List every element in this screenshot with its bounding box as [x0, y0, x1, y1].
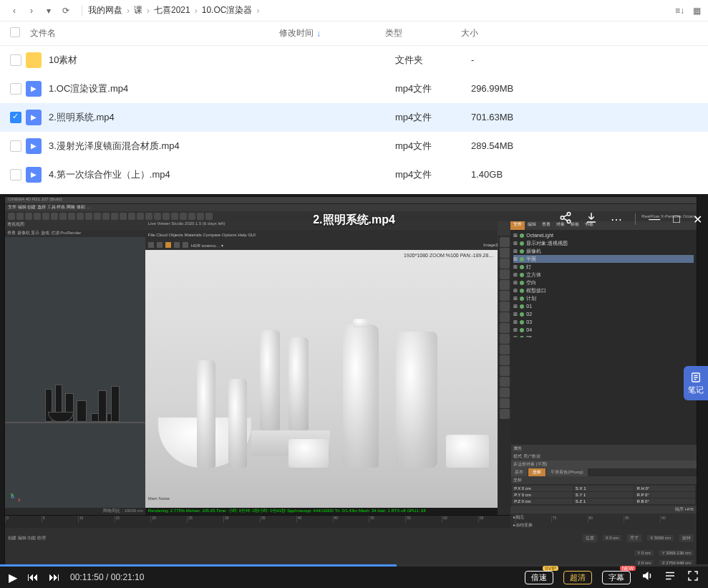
- refresh-button[interactable]: ⟳: [59, 4, 73, 18]
- file-name: 1.OC渲染设置.mp4: [49, 82, 289, 95]
- svg-point-1: [561, 216, 565, 220]
- file-list: 10素材文件夹-1.OC渲染设置.mp4mp4文件296.99MB2.照明系统.…: [0, 46, 708, 189]
- file-type: mp4文件: [395, 111, 471, 124]
- fullscreen-icon[interactable]: [687, 569, 699, 585]
- grid-view-icon[interactable]: ▦: [693, 6, 701, 16]
- top-toolbar: ‹ › ▾ ⟳ 我的网盘 › 课 › 七喜2021 › 10.OC渲染器 › ≡…: [0, 0, 708, 21]
- video-icon: [26, 81, 42, 97]
- svip-badge: SVIP: [543, 566, 558, 571]
- video-icon: [26, 138, 42, 154]
- file-row[interactable]: 1.OC渲染设置.mp4mp4文件296.99MB: [0, 74, 708, 103]
- crumb-3[interactable]: 10.OC渲染器: [202, 4, 253, 16]
- select-all-checkbox[interactable]: [10, 27, 26, 39]
- video-frame[interactable]: CINEMA 4D R21.107 (Build) 文件 编辑 创建 选择 工具…: [4, 196, 697, 567]
- sort-arrow-icon: ↓: [316, 29, 321, 39]
- volume-icon[interactable]: [641, 569, 654, 585]
- close-icon[interactable]: ✕: [693, 213, 702, 226]
- svg-point-0: [568, 213, 571, 216]
- file-name: 3.漫射光泽度镜面混合材质.mp4: [49, 140, 289, 153]
- playlist-icon[interactable]: [664, 569, 677, 585]
- crumb-2[interactable]: 七喜2021: [154, 4, 190, 16]
- svg-line-3: [564, 215, 568, 217]
- object-tree: ⊞OctaneLight⊞显示对象:透视视图⊞摄像机⊞平面⊞灯⊞立方体⊞空白⊞模…: [510, 230, 697, 337]
- file-row[interactable]: 4.第一次综合作业（上）.mp4mp4文件1.40GB: [0, 160, 708, 189]
- file-type: mp4文件: [395, 140, 471, 153]
- file-type: mp4文件: [395, 82, 471, 95]
- c4d-menubar: 文件 编辑 创建 选择 工具 样条 网格 体积 …: [5, 204, 697, 211]
- chevron-icon: ›: [195, 6, 198, 16]
- render-view: 1920*1080 ZOOM:%100 PAN:-189.28…: [145, 250, 498, 508]
- grid-spacing: 网格间距 : 10000 cm: [5, 508, 145, 515]
- minimize-icon[interactable]: —: [649, 213, 660, 226]
- new-badge: NEW: [620, 566, 636, 571]
- divider: [635, 213, 636, 225]
- row-checkbox[interactable]: [10, 140, 21, 152]
- file-size: 1.40GB: [471, 169, 543, 180]
- chevron-icon: ›: [256, 6, 259, 16]
- video-icon: [26, 167, 42, 183]
- row-checkbox[interactable]: [10, 83, 21, 95]
- cursor-icon: [510, 337, 697, 445]
- quality-button[interactable]: 超清: [563, 571, 592, 584]
- c4d-bottom-bar2: Y 0 cm Y 3068.136 cm: [5, 548, 697, 558]
- sort-icon[interactable]: ≡↓: [675, 6, 684, 16]
- svg-line-4: [564, 218, 568, 221]
- col-type[interactable]: 类型: [385, 27, 461, 39]
- file-size: -: [471, 54, 543, 65]
- breadcrumb: 我的网盘 › 课 › 七喜2021 › 10.OC渲染器 ›: [88, 4, 259, 16]
- chevron-icon: ›: [127, 6, 130, 16]
- c4d-viewport: yzx: [5, 237, 145, 508]
- file-size: 701.63MB: [471, 112, 543, 122]
- dropdown-button[interactable]: ▾: [42, 4, 56, 18]
- file-name: 4.第一次综合作业（上）.mp4: [49, 168, 289, 181]
- more-icon[interactable]: ⋯: [611, 213, 622, 226]
- col-size[interactable]: 大小: [461, 27, 533, 39]
- liveviewer-toolbar: HDR tonemo… ▾ Image3: [145, 240, 498, 250]
- download-icon[interactable]: [585, 211, 598, 227]
- forward-button[interactable]: ›: [24, 4, 39, 18]
- c4d-right-toolcol: [498, 236, 511, 508]
- next-button[interactable]: ⏭: [49, 571, 60, 584]
- file-row[interactable]: 3.漫射光泽度镜面混合材质.mp4mp4文件289.54MB: [0, 132, 708, 160]
- svg-point-2: [568, 220, 571, 223]
- file-row[interactable]: 10素材文件夹-: [0, 46, 708, 74]
- file-size: 296.99MB: [471, 83, 543, 94]
- col-name[interactable]: 文件名: [26, 27, 279, 39]
- play-button[interactable]: ▶: [9, 571, 17, 584]
- video-player: 2.照明系统.mp4 ⋯ — □ ✕ CINEMA 4D R21.107 (Bu…: [0, 194, 708, 588]
- render-status: Rendering: 2.775% Ms/sec: 105.65 Time: 小…: [145, 508, 498, 515]
- noise-label: Main Noise: [148, 496, 170, 501]
- speed-button[interactable]: 倍速 SVIP: [525, 571, 553, 584]
- prev-button[interactable]: ⏮: [27, 571, 39, 584]
- file-row[interactable]: 2.照明系统.mp4mp4文件701.63MB: [0, 103, 708, 132]
- col-time[interactable]: 修改时间↓: [279, 27, 385, 39]
- crumb-root[interactable]: 我的网盘: [88, 4, 122, 16]
- c4d-left-panel: 透视视图 查看 摄像机 显示 选项 过滤 ProRender yzx: [5, 221, 145, 515]
- c4d-bottom-bar: 创建 编辑 功能 纹理 位置 X 0 cm 尺寸 X 5000 cm 旋转: [5, 528, 697, 548]
- render-info: 1920*1080 ZOOM:%100 PAN:-189.28…: [404, 253, 493, 258]
- player-controls: ▶ ⏮ ⏭ 00:11:50 / 00:21:10 倍速 SVIP 超清 字幕 …: [0, 567, 708, 588]
- file-type: mp4文件: [395, 168, 471, 181]
- file-size: 289.54MB: [471, 140, 543, 151]
- view-menu: 查看 摄像机 显示 选项 过滤 ProRender: [5, 230, 145, 237]
- notes-icon: [690, 372, 702, 383]
- crumb-1[interactable]: 课: [134, 4, 142, 16]
- liveviewer-menu: File Cloud Objects Materials Compare Opt…: [145, 230, 498, 240]
- folder-icon: [26, 52, 42, 68]
- row-checkbox[interactable]: [10, 54, 21, 66]
- time-display: 00:11:50 / 00:21:10: [70, 572, 144, 582]
- view-controls: ≡↓ ▦: [675, 6, 701, 16]
- c4d-titlebar: CINEMA 4D R21.107 (Build): [5, 197, 697, 204]
- back-button[interactable]: ‹: [7, 4, 21, 18]
- file-name: 10素材: [49, 54, 289, 67]
- share-icon[interactable]: [559, 211, 572, 227]
- row-checkbox[interactable]: [10, 169, 21, 180]
- row-checkbox[interactable]: [10, 112, 21, 123]
- file-name: 2.照明系统.mp4: [49, 111, 289, 124]
- divider: [82, 6, 82, 16]
- column-headers: 文件名 修改时间↓ 类型 大小: [0, 21, 708, 46]
- c4d-body: 透视视图 查看 摄像机 显示 选项 过滤 ProRender yzx: [5, 221, 697, 515]
- maximize-icon[interactable]: □: [673, 213, 680, 226]
- notes-button[interactable]: 笔记: [684, 366, 708, 400]
- subtitle-button[interactable]: 字幕 NEW: [602, 571, 631, 584]
